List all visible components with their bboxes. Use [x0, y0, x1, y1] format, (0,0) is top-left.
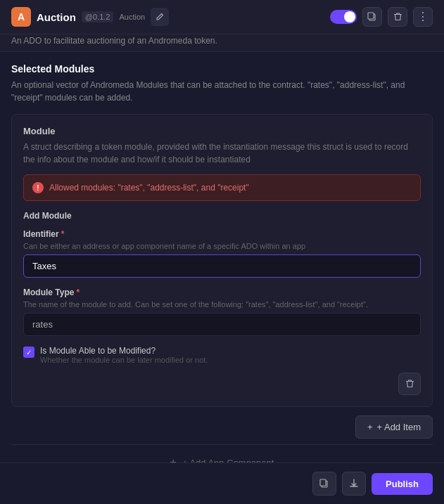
publish-button[interactable]: Publish	[372, 473, 433, 495]
add-item-button[interactable]: + + Add Item	[355, 415, 433, 439]
trash-module-icon	[405, 379, 414, 389]
plus-icon: +	[367, 422, 373, 432]
delete-module-button[interactable]	[398, 373, 421, 395]
delete-row	[23, 373, 421, 395]
footer: Publish	[0, 463, 444, 504]
module-type-required-star: *	[76, 287, 80, 297]
selected-modules-title: Selected Modules	[11, 63, 433, 75]
selected-modules-desc: An optional vector of Andromeda Modules …	[11, 79, 433, 104]
toggle-switch[interactable]	[330, 10, 357, 24]
app-title: Auction	[37, 11, 76, 23]
identifier-input[interactable]	[23, 254, 421, 278]
download-icon	[349, 479, 359, 489]
identifier-hint: Can be either an address or app componen…	[23, 242, 421, 250]
module-card: Module A struct describing a token modul…	[11, 114, 433, 407]
app-description: An ADO to facilitate auctioning of an An…	[0, 36, 444, 51]
identifier-label: Identifier *	[23, 229, 421, 239]
svg-rect-1	[368, 13, 374, 19]
add-app-component-row[interactable]: + + Add App Component	[11, 444, 433, 465]
error-banner: ! Allowed modules: "rates", "address-lis…	[23, 174, 421, 201]
error-text: Allowed modules: "rates", "address-list"…	[49, 183, 249, 193]
footer-copy-icon	[319, 479, 329, 489]
is-modifiable-row: ✓ Is Module Able to be Modified? Whether…	[23, 346, 421, 364]
copy-button[interactable]	[362, 7, 382, 27]
menu-button[interactable]: ⋮	[413, 7, 433, 27]
pencil-icon	[156, 13, 164, 21]
add-item-label: + Add Item	[376, 422, 421, 432]
main-content: Selected Modules An optional vector of A…	[0, 52, 444, 465]
app-tag: Auction	[119, 13, 145, 21]
header: A Auction @0.1.2 Auction	[0, 0, 444, 52]
checkbox-label: Is Module Able to be Modified?	[40, 346, 208, 356]
menu-dots-icon: ⋮	[417, 11, 429, 22]
checkmark-icon: ✓	[26, 349, 32, 356]
delete-header-button[interactable]	[388, 7, 407, 27]
trash-icon	[393, 12, 402, 22]
module-type-label: Module Type *	[23, 287, 421, 297]
module-type-hint: The name of the module to add. Can be se…	[23, 300, 421, 309]
edit-button[interactable]	[151, 8, 169, 26]
svg-rect-3	[320, 479, 326, 486]
app-version: @0.1.2	[82, 11, 114, 22]
footer-download-button[interactable]	[342, 472, 366, 496]
app-icon: A	[11, 7, 31, 27]
is-modifiable-checkbox[interactable]: ✓	[23, 347, 34, 358]
checkbox-hint: Whether the module can be later modified…	[40, 356, 208, 364]
error-icon: !	[32, 182, 44, 193]
module-card-desc: A struct describing a token module, prov…	[23, 141, 421, 166]
copy-icon	[367, 12, 377, 22]
footer-copy-button[interactable]	[312, 472, 336, 496]
identifier-field-group: Identifier * Can be either an address or…	[23, 229, 421, 278]
add-item-row: + + Add Item	[11, 415, 433, 439]
add-module-label: Add Module	[23, 211, 421, 221]
module-type-input[interactable]	[23, 313, 421, 336]
module-type-field-group: Module Type * The name of the module to …	[23, 287, 421, 336]
identifier-required-star: *	[61, 229, 65, 239]
module-card-title: Module	[23, 126, 421, 136]
